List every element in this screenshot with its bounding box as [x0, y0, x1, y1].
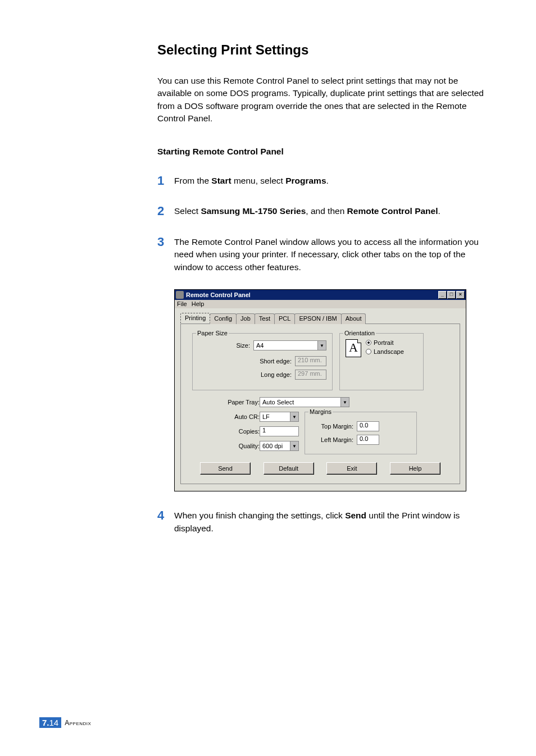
sub-heading: Starting Remote Control Panel: [157, 147, 489, 157]
tab-config[interactable]: Config: [210, 313, 237, 324]
radio-landscape[interactable]: Landscape: [366, 348, 404, 355]
left-margin-label: Left Margin:: [311, 436, 353, 443]
app-icon: [176, 291, 184, 299]
auto-cr-label: Auto CR:: [192, 413, 260, 420]
close-button[interactable]: ×: [456, 291, 465, 299]
chevron-down-icon: ▼: [290, 441, 298, 450]
menu-help[interactable]: Help: [192, 300, 205, 307]
menubar: File Help: [175, 300, 466, 308]
default-button[interactable]: Default: [264, 462, 314, 475]
chevron-down-icon: ▼: [340, 398, 349, 407]
maximize-button[interactable]: □: [447, 291, 456, 299]
step-2: 2 Select Samsung ML-1750 Series, and the…: [157, 204, 489, 218]
step-text: From the Start menu, select Programs.: [174, 174, 329, 188]
tab-printing[interactable]: Printing: [180, 313, 210, 324]
step-text: When you finish changing the settings, c…: [174, 508, 489, 535]
step-number: 2: [157, 204, 174, 218]
text: When you finish changing the settings, c…: [174, 511, 345, 520]
tab-strip: Printing Config Job Test PCL EPSON / IBM…: [180, 313, 460, 324]
step-number: 3: [157, 235, 174, 274]
quality-value: 600 dpi: [260, 443, 290, 449]
tab-test[interactable]: Test: [255, 313, 275, 324]
step-number: 4: [157, 508, 174, 535]
text: , and then: [306, 206, 347, 216]
bold-text: Start: [211, 176, 231, 185]
top-margin-label: Top Margin:: [311, 423, 353, 430]
text: menu, select: [231, 176, 286, 185]
legend: Margins: [308, 408, 333, 415]
legend: Paper Size: [196, 330, 229, 336]
short-edge-input: 210 mm.: [295, 356, 326, 366]
copies-input[interactable]: 1: [260, 426, 299, 436]
auto-cr-value: LF: [260, 413, 290, 420]
legend: Orientation: [343, 330, 376, 336]
long-edge-label: Long edge:: [261, 371, 292, 378]
step-3: 3 The Remote Control Panel window allows…: [157, 235, 489, 274]
quality-dropdown[interactable]: 600 dpi ▼: [260, 441, 299, 451]
text: From the: [174, 176, 211, 185]
text: Select: [174, 206, 201, 216]
tab-about[interactable]: About: [341, 313, 366, 324]
paper-tray-value: Auto Select: [260, 399, 340, 406]
radio-label: Landscape: [374, 348, 404, 355]
exit-button[interactable]: Exit: [326, 462, 377, 475]
radio-icon: [366, 340, 371, 345]
bold-text: Samsung ML-1750 Series: [201, 206, 306, 216]
page-num: 14: [49, 718, 59, 727]
tab-epson-ibm[interactable]: EPSON / IBM: [294, 313, 341, 324]
fieldset-paper-size: Paper Size Size: A4 ▼ Short edge: 210: [192, 333, 333, 390]
copies-label: Copies:: [192, 428, 260, 435]
step-text: Select Samsung ML-1750 Series, and then …: [174, 204, 440, 218]
bold-text: Programs: [285, 176, 326, 185]
footer-page-badge: 7.14: [39, 717, 61, 728]
step-1: 1 From the Start menu, select Programs.: [157, 174, 489, 188]
radio-label: Portrait: [374, 339, 393, 346]
tab-content: Paper Size Size: A4 ▼ Short edge: 210: [180, 324, 460, 484]
send-button[interactable]: Send: [200, 462, 251, 475]
fieldset-margins: Margins Top Margin: 0.0 Left Margin: 0.0: [305, 412, 417, 454]
size-value: A4: [254, 342, 317, 349]
menu-file[interactable]: File: [177, 300, 187, 307]
chevron-down-icon: ▼: [317, 341, 326, 350]
minimize-button[interactable]: _: [438, 291, 447, 299]
footer-section-label: Appendix: [65, 719, 91, 727]
text: .: [326, 176, 329, 185]
fieldset-orientation: Orientation A Portrait: [339, 333, 424, 390]
screenshot-remote-control-panel: Remote Control Panel _ □ × File Help Pri…: [174, 289, 489, 491]
chapter-num: 7.: [42, 718, 49, 727]
long-edge-input: 297 mm.: [295, 370, 326, 380]
window-title: Remote Control Panel: [186, 292, 251, 298]
bold-text: Send: [345, 511, 366, 520]
help-button[interactable]: Help: [390, 462, 440, 475]
radio-icon: [366, 349, 371, 354]
titlebar: Remote Control Panel _ □ ×: [175, 290, 466, 300]
radio-portrait[interactable]: Portrait: [366, 339, 404, 346]
orientation-preview-icon: A: [346, 339, 361, 357]
step-4: 4 When you finish changing the settings,…: [157, 508, 489, 535]
tab-job[interactable]: Job: [236, 313, 255, 324]
paper-tray-label: Paper Tray:: [192, 399, 260, 406]
size-label: Size:: [237, 342, 250, 349]
paper-tray-dropdown[interactable]: Auto Select ▼: [260, 397, 349, 407]
top-margin-input[interactable]: 0.0: [357, 421, 379, 431]
bold-text: Remote Control Panel: [347, 206, 438, 216]
text: .: [438, 206, 440, 216]
size-dropdown[interactable]: A4 ▼: [253, 340, 326, 350]
short-edge-label: Short edge:: [260, 358, 292, 365]
auto-cr-dropdown[interactable]: LF ▼: [260, 412, 299, 422]
section-heading: Selecting Print Settings: [157, 42, 489, 58]
left-margin-input[interactable]: 0.0: [357, 435, 379, 445]
rcp-window: Remote Control Panel _ □ × File Help Pri…: [174, 289, 466, 491]
step-number: 1: [157, 174, 174, 188]
step-text: The Remote Control Panel window allows y…: [174, 235, 489, 274]
chevron-down-icon: ▼: [290, 412, 298, 421]
quality-label: Quality:: [192, 443, 260, 449]
tab-pcl[interactable]: PCL: [274, 313, 295, 324]
intro-paragraph: You can use this Remote Control Panel to…: [157, 75, 489, 125]
page-footer: 7.14 Appendix: [39, 717, 91, 728]
